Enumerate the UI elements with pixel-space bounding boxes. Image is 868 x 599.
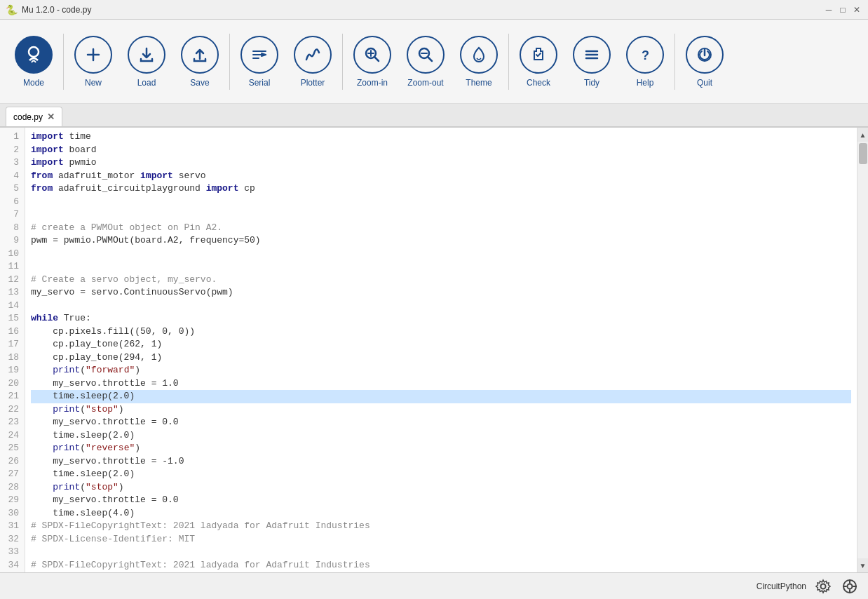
close-button[interactable]: ✕ (851, 4, 862, 15)
theme-button[interactable]: Theme (452, 27, 506, 97)
sep3 (342, 34, 343, 90)
settings-icon[interactable] (840, 577, 860, 596)
tab-bar: code.py ✕ (0, 104, 868, 128)
sep1 (63, 34, 64, 90)
tidy-label: Tidy (584, 78, 599, 88)
help-button[interactable]: ? Help (618, 27, 672, 97)
load-icon (128, 36, 165, 74)
code-line-1: import time (31, 130, 851, 144)
plotter-label: Plotter (301, 78, 325, 88)
theme-label: Theme (466, 78, 491, 88)
code-line-12: # Create a servo object, my_servo. (31, 274, 851, 287)
code-line-17: cp.play_tone(262, 1) (31, 338, 851, 351)
window-title: Mu 1.2.0 - code.py (22, 5, 91, 15)
save-label: Save (190, 78, 209, 88)
zoom-out-button[interactable]: Zoom-out (399, 27, 452, 97)
code-line-33 (31, 546, 851, 559)
code-line-31: # SPDX-FileCopyrightText: 2021 ladyada f… (31, 520, 851, 533)
load-label: Load (137, 78, 156, 88)
minimize-button[interactable]: ─ (823, 4, 834, 15)
code-line-30: time.sleep(4.0) (31, 507, 851, 520)
check-label: Check (527, 78, 550, 88)
code-line-6 (31, 196, 851, 209)
title-bar: 🐍 Mu 1.2.0 - code.py ─ □ ✕ (0, 0, 868, 20)
zoom-in-label: Zoom-in (357, 78, 388, 88)
svg-point-15 (821, 584, 826, 588)
svg-line-4 (375, 57, 379, 61)
code-line-28: print("stop") (31, 481, 851, 494)
plotter-icon (294, 36, 332, 74)
vertical-scrollbar[interactable]: ▲ ▼ (857, 128, 868, 572)
quit-label: Quit (697, 78, 712, 88)
code-line-3: import pwmio (31, 156, 851, 170)
new-label: New (85, 78, 102, 88)
check-icon (520, 36, 557, 74)
code-line-22: print("stop") (31, 403, 851, 417)
sep4 (508, 34, 509, 90)
zoom-in-icon (353, 36, 391, 74)
code-line-13: my_servo = servo.ContinuousServo(pwm) (31, 286, 851, 300)
save-icon (181, 36, 219, 74)
code-line-23: my_servo.throttle = 0.0 (31, 416, 851, 429)
code-line-34: # SPDX-FileCopyrightText: 2021 ladyada f… (31, 559, 851, 572)
tab-close-button[interactable]: ✕ (47, 112, 55, 122)
scroll-down-arrow[interactable]: ▼ (857, 558, 869, 572)
tab-code-py[interactable]: code.py ✕ (6, 107, 62, 126)
tidy-icon (573, 36, 611, 74)
code-line-29: my_servo.throttle = 0.0 (31, 494, 851, 507)
title-bar-controls: ─ □ ✕ (823, 4, 862, 15)
status-mode-text: CircuitPython (757, 581, 806, 591)
plotter-button[interactable]: Plotter (286, 27, 339, 97)
check-button[interactable]: Check (512, 27, 565, 97)
code-line-27: time.sleep(2.0) (31, 468, 851, 481)
zoom-in-button[interactable]: Zoom-in (346, 27, 399, 97)
line-numbers: 12345 678910 1112131415 1617181920 21222… (0, 128, 25, 572)
help-icon: ? (626, 36, 664, 74)
code-editor[interactable]: import time import board import pwmio fr… (25, 128, 857, 572)
toolbar: Mode New Load Save (0, 20, 868, 104)
code-line-26: my_servo.throttle = -1.0 (31, 455, 851, 469)
serial-button[interactable]: Serial (233, 27, 286, 97)
code-line-10 (31, 248, 851, 261)
app-icon: 🐍 (6, 4, 18, 15)
svg-text:?: ? (642, 48, 649, 62)
code-line-4: from adafruit_motor import servo (31, 170, 851, 183)
code-line-24: time.sleep(2.0) (31, 429, 851, 443)
new-button[interactable]: New (67, 27, 120, 97)
mode-button[interactable]: Mode (7, 27, 60, 97)
code-line-18: cp.play_tone(294, 1) (31, 351, 851, 365)
code-line-2: import board (31, 144, 851, 157)
code-line-25: print("reverse") (31, 442, 851, 455)
quit-button[interactable]: Quit (678, 27, 731, 97)
zoom-out-icon (407, 36, 445, 74)
code-line-32: # SPDX-License-Identifier: MIT (31, 533, 851, 546)
code-line-20: my_servo.throttle = 1.0 (31, 377, 851, 391)
code-line-19: print("forward") (31, 364, 851, 377)
maximize-button[interactable]: □ (837, 4, 848, 15)
serial-icon (240, 36, 278, 74)
scroll-thumb[interactable] (859, 143, 867, 164)
load-button[interactable]: Load (120, 27, 173, 97)
scroll-up-arrow[interactable]: ▲ (857, 128, 869, 142)
mode-label: Mode (23, 78, 44, 88)
svg-point-17 (848, 584, 853, 588)
status-bar: CircuitPython (0, 572, 868, 599)
code-line-16: cp.pixels.fill((50, 0, 0)) (31, 325, 851, 339)
code-line-11 (31, 260, 851, 274)
save-button[interactable]: Save (173, 27, 226, 97)
tab-label: code.py (13, 112, 43, 122)
cog-icon[interactable] (813, 577, 833, 596)
code-line-7 (31, 208, 851, 222)
scroll-track[interactable] (857, 142, 868, 558)
code-line-15: while True: (31, 312, 851, 325)
sep5 (674, 34, 675, 90)
sep2 (229, 34, 230, 90)
tidy-button[interactable]: Tidy (565, 27, 618, 97)
editor-container: 12345 678910 1112131415 1617181920 21222… (0, 128, 868, 572)
code-line-14 (31, 300, 851, 313)
code-line-21: time.sleep(2.0) (31, 390, 851, 403)
code-line-8: # create a PWMOut object on Pin A2. (31, 222, 851, 235)
mode-icon (15, 36, 53, 74)
code-line-9: pwm = pwmio.PWMOut(board.A2, frequency=5… (31, 234, 851, 248)
theme-icon (460, 36, 498, 74)
